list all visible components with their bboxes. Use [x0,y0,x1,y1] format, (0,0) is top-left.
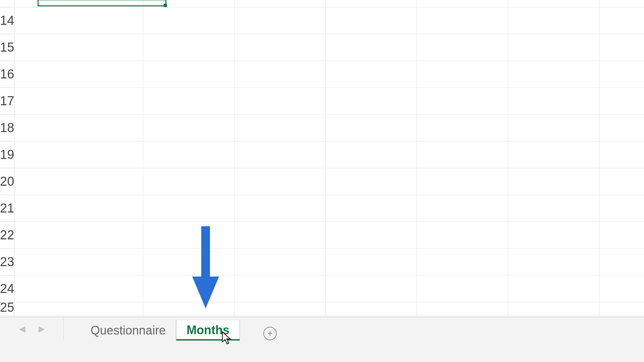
cell[interactable] [326,141,417,168]
cell[interactable] [14,222,143,248]
cell[interactable] [143,115,234,141]
row-header[interactable]: 17 [0,88,14,115]
cell[interactable] [417,222,508,248]
cell[interactable] [508,141,599,168]
cell[interactable] [143,168,234,195]
cell[interactable] [234,61,326,87]
row-header[interactable]: 24 [0,276,14,302]
new-sheet-button[interactable]: + [263,327,277,340]
row-header[interactable]: 21 [0,195,14,222]
sheet-tab-months[interactable]: Months [176,320,240,341]
cell[interactable] [508,195,599,222]
cell[interactable] [508,88,599,114]
row-header-gutter: 14 15 16 17 18 19 20 21 22 23 24 25 [0,0,14,362]
cell[interactable] [143,34,234,61]
cell[interactable] [599,7,644,34]
cell[interactable] [143,249,234,275]
cell[interactable] [14,7,143,34]
sheet-tab-bar: ◀ ▶ Questionnaire Months + [0,317,644,340]
row-header[interactable]: 14 [0,7,14,34]
sheet-nav-next-icon[interactable]: ▶ [39,324,45,334]
cell[interactable] [417,141,508,168]
cell[interactable] [417,7,508,34]
cell[interactable] [417,276,508,302]
cell[interactable] [599,88,644,114]
cell[interactable] [234,7,326,34]
cell[interactable] [234,88,326,114]
cell[interactable] [234,115,326,141]
cell[interactable] [234,249,326,275]
cell[interactable] [599,168,644,195]
cell[interactable] [143,195,234,222]
row-header[interactable]: 15 [0,34,14,61]
cell[interactable] [143,222,234,248]
cell[interactable] [326,88,417,114]
cell[interactable] [508,34,599,61]
cell[interactable] [508,222,599,248]
row-header[interactable]: 18 [0,115,14,141]
cell[interactable] [143,88,234,114]
row-header[interactable] [0,0,14,7]
cell[interactable] [599,195,644,222]
cell[interactable] [14,168,143,195]
cell[interactable] [234,141,326,168]
cell[interactable] [14,249,143,275]
cell[interactable] [143,61,234,87]
cell[interactable] [234,195,326,222]
cell[interactable] [326,7,417,34]
cell[interactable] [599,222,644,248]
cell[interactable] [234,34,326,61]
cell[interactable] [14,34,143,61]
cell[interactable] [14,115,143,141]
cell[interactable] [326,276,417,302]
cell[interactable] [326,168,417,195]
cell[interactable] [508,115,599,141]
row-header[interactable]: 25 [0,302,14,316]
row-header[interactable]: 19 [0,141,14,168]
row-header[interactable]: 23 [0,249,14,276]
cell[interactable] [326,195,417,222]
cell[interactable] [508,249,599,275]
cell[interactable] [417,34,508,61]
row-header[interactable]: 20 [0,168,14,195]
cell[interactable] [599,276,644,302]
cell[interactable] [599,61,644,87]
cell[interactable] [143,7,234,34]
cell[interactable] [508,7,599,34]
cell[interactable] [326,115,417,141]
cell[interactable] [14,141,143,168]
cell[interactable] [508,276,599,302]
cell[interactable] [417,168,508,195]
cell[interactable] [14,276,143,302]
cell[interactable] [417,61,508,87]
cell[interactable] [417,88,508,114]
cell[interactable] [14,88,143,114]
cell[interactable] [234,276,326,302]
cell[interactable] [326,249,417,275]
cell[interactable] [14,195,143,222]
cell-area[interactable] [14,0,644,362]
cell[interactable] [326,222,417,248]
cell[interactable] [599,249,644,275]
cell[interactable] [417,195,508,222]
spreadsheet-grid[interactable]: 14 15 16 17 18 19 20 21 22 23 24 25 [0,0,644,362]
cell[interactable] [599,115,644,141]
row-header[interactable]: 22 [0,222,14,249]
cell[interactable] [234,222,326,248]
cell[interactable] [326,34,417,61]
sheet-tab-questionnaire[interactable]: Questionnaire [80,320,176,340]
sheet-nav-prev-icon[interactable]: ◀ [19,324,25,334]
cell[interactable] [417,115,508,141]
cell[interactable] [143,276,234,302]
cell[interactable] [417,249,508,275]
cell[interactable] [508,168,599,195]
row-header[interactable]: 16 [0,61,14,88]
cell[interactable] [234,168,326,195]
cell[interactable] [599,34,644,61]
sheet-tabs: Questionnaire Months + [64,317,277,340]
cell[interactable] [599,141,644,168]
cell[interactable] [14,61,143,87]
cell[interactable] [508,61,599,87]
cell[interactable] [143,141,234,168]
cell[interactable] [326,61,417,87]
